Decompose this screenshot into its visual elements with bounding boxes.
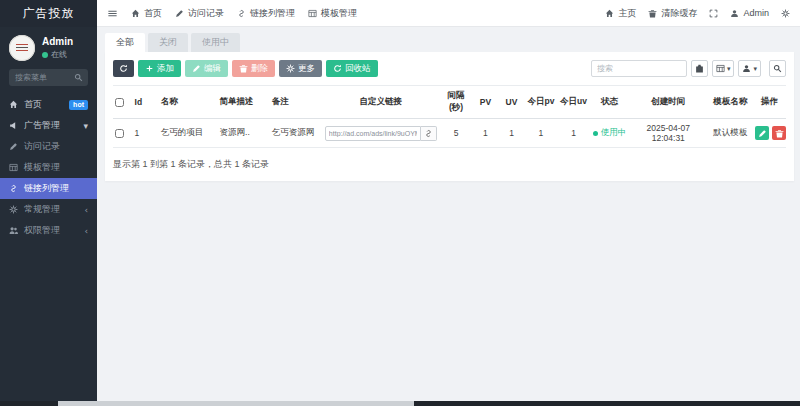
navtab-template-management[interactable]: 模板管理 — [308, 7, 357, 20]
row-edit-button[interactable] — [755, 126, 769, 140]
sidebar-item-general-management[interactable]: 常规管理 ‹ — [0, 199, 97, 220]
add-button[interactable]: 添加 — [138, 60, 181, 77]
refresh-button[interactable] — [113, 60, 134, 77]
gear-icon — [781, 9, 790, 18]
cell-created: 2025-04-07 12:04:31 — [629, 119, 707, 148]
more-button[interactable]: 更多 — [279, 60, 322, 77]
gear-icon — [286, 64, 295, 73]
user-menu[interactable]: Admin — [730, 8, 769, 18]
navtab-visit-records[interactable]: 访问记录 — [175, 7, 224, 20]
col-actions: 操作 — [753, 86, 786, 119]
paste-button[interactable] — [691, 60, 708, 77]
cogs-icon — [9, 205, 18, 214]
trash-icon — [239, 64, 248, 73]
tab-closed[interactable]: 关闭 — [148, 33, 188, 52]
cell-id: 1 — [133, 119, 159, 148]
delete-button[interactable]: 删除 — [232, 60, 275, 77]
clear-cache-button[interactable]: 清除缓存 — [648, 7, 697, 20]
search-submit-button[interactable] — [769, 60, 786, 77]
chevron-down-icon: ▾ — [83, 121, 88, 131]
sidebar-item-label: 常规管理 — [24, 203, 60, 216]
columns-dropdown-button[interactable]: ▾ — [712, 60, 735, 77]
sidebar-item-home[interactable]: 首页 hot — [0, 94, 97, 115]
home-icon — [605, 9, 614, 18]
table-search-input[interactable] — [591, 60, 687, 77]
table-icon — [308, 9, 317, 18]
topnav-home-button[interactable]: 主页 — [605, 7, 636, 20]
sidebar-toggle-button[interactable] — [107, 8, 118, 19]
sidebar-item-template-management[interactable]: 模板管理 — [0, 157, 97, 178]
bottom-strip-light — [58, 401, 414, 406]
fullscreen-button[interactable] — [709, 9, 718, 18]
sidebar-item-ad-management[interactable]: 广告管理 ▾ — [0, 115, 97, 136]
col-custom-link: 自定义链接 — [322, 86, 440, 119]
top-navbar: 首页 访问记录 链接列管理 模板管理 主页 清除缓存 Admin — [97, 0, 800, 27]
user-status-label: 在线 — [51, 49, 67, 60]
navtab-home[interactable]: 首页 — [131, 7, 162, 20]
col-created: 创建时间 — [629, 86, 707, 119]
user-icon — [730, 9, 739, 18]
link-icon — [237, 9, 246, 18]
status-label: 使用中 — [601, 127, 627, 139]
settings-button[interactable] — [781, 9, 790, 18]
chevron-left-icon: ‹ — [84, 205, 88, 215]
sidebar-item-label: 权限管理 — [24, 224, 60, 237]
search-icon — [74, 73, 83, 82]
link-icon — [424, 129, 433, 138]
caret-down-icon: ▾ — [727, 65, 731, 73]
table-header-row: Id 名称 简单描述 备注 自定义链接 间隔(秒) PV UV 今日pv 今日u… — [113, 86, 786, 119]
more-button-label: 更多 — [298, 63, 315, 75]
custom-link-input[interactable] — [325, 126, 421, 141]
sidebar-item-permission-management[interactable]: 权限管理 ‹ — [0, 220, 97, 241]
user-icon — [742, 64, 751, 73]
export-dropdown-button[interactable]: ▾ — [738, 60, 761, 77]
navtab-link-management[interactable]: 链接列管理 — [237, 7, 295, 20]
bottom-strip — [0, 401, 800, 406]
col-today-uv: 今日uv — [557, 86, 590, 119]
caret-down-icon: ▾ — [753, 65, 757, 73]
row-actions — [755, 126, 786, 140]
link-icon — [9, 184, 18, 193]
row-checkbox[interactable] — [115, 129, 124, 138]
hamburger-icon — [107, 8, 118, 19]
select-all-checkbox[interactable] — [115, 98, 124, 107]
megaphone-icon — [9, 121, 18, 130]
tab-in-use[interactable]: 使用中 — [191, 33, 240, 52]
plus-icon — [145, 64, 154, 73]
cell-template: 默认模板 — [708, 119, 754, 148]
sidebar-item-label: 模板管理 — [24, 161, 60, 174]
edit-button-label: 编辑 — [204, 63, 221, 75]
sidebar-item-link-management[interactable]: 链接列管理 — [0, 178, 97, 199]
main-content: 全部 关闭 使用中 添加 编辑 删除 更多 — [97, 27, 800, 401]
search-icon — [773, 64, 782, 73]
recycle-bin-label: 回收站 — [345, 63, 371, 75]
table-row[interactable]: 1 乞丐的项目 资源网.. 乞丐资源网 5 1 1 — [113, 119, 786, 148]
sidebar-item-label: 链接列管理 — [24, 182, 69, 195]
cell-name: 乞丐的项目 — [159, 119, 218, 148]
copy-link-button[interactable] — [421, 126, 437, 141]
table-icon — [9, 163, 18, 172]
users-icon — [9, 226, 18, 235]
filter-tabs: 全部 关闭 使用中 — [105, 33, 800, 52]
cell-uv: 1 — [498, 119, 524, 148]
sidebar-search — [9, 69, 88, 86]
tab-all[interactable]: 全部 — [105, 33, 145, 52]
navtab-label: 链接列管理 — [250, 7, 295, 20]
sidebar-item-visit-records[interactable]: 访问记录 — [0, 136, 97, 157]
row-delete-button[interactable] — [772, 126, 786, 140]
clipboard-icon — [695, 64, 704, 73]
trash-icon — [775, 129, 784, 138]
topnav-home-label: 主页 — [618, 7, 636, 20]
trash-icon — [648, 9, 657, 18]
user-panel: Admin 在线 — [0, 27, 97, 67]
avatar — [9, 35, 35, 61]
col-pv: PV — [472, 86, 498, 119]
sidebar-item-label: 访问记录 — [24, 140, 60, 153]
cell-pv: 1 — [472, 119, 498, 148]
record-summary: 显示第 1 到第 1 条记录，总共 1 条记录 — [113, 158, 786, 171]
col-uv: UV — [498, 86, 524, 119]
columns-icon — [716, 64, 725, 73]
recycle-bin-button[interactable]: 回收站 — [326, 60, 378, 77]
clear-cache-label: 清除缓存 — [661, 7, 697, 20]
edit-button[interactable]: 编辑 — [185, 60, 228, 77]
